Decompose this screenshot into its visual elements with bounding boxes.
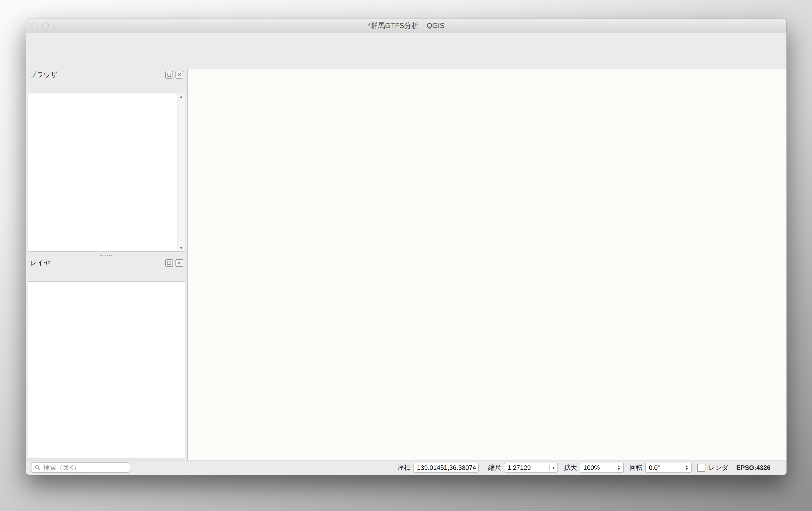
scale-combobox[interactable]: 1:27129▾ <box>504 463 558 473</box>
crs-value[interactable]: EPSG:4326 <box>736 464 771 472</box>
scale-dropdown-icon: ▾ <box>549 465 554 470</box>
dock-panels: ブラウザ ❏ ✕ ▲▼ •••••• レイヤ ❏ <box>26 69 187 460</box>
map-canvas[interactable] <box>187 69 786 460</box>
magnifier-label: 拡大 <box>564 463 577 472</box>
rotation-field[interactable]: 0.0°▲▼ <box>645 463 692 473</box>
qgis-window: *群馬GTFS分析 – QGIS ブラウザ ❏ ✕ ▲▼ •••••• <box>26 19 787 475</box>
browser-float-icon[interactable]: ❏ <box>165 71 173 79</box>
close-button[interactable] <box>31 23 38 29</box>
rotation-label: 回転 <box>629 463 642 472</box>
search-icon <box>34 464 41 471</box>
coordinate-field[interactable]: 139.01451,36.38074 <box>413 463 478 473</box>
toolbar-digitizing-labels <box>26 51 786 69</box>
window-title: *群馬GTFS分析 – QGIS <box>26 21 786 31</box>
magnifier-field[interactable]: 100%▲▼ <box>580 463 624 473</box>
browser-panel-title: ブラウザ <box>30 70 58 79</box>
minimize-button[interactable] <box>42 23 49 29</box>
status-bar: 検索（⌘K） 座標 139.01451,36.38074 縮尺 1:27129▾… <box>26 460 786 475</box>
layers-float-icon[interactable]: ❏ <box>165 259 173 267</box>
titlebar: *群馬GTFS分析 – QGIS <box>26 19 786 33</box>
zoom-window-button[interactable] <box>53 23 59 29</box>
toolbar-main <box>26 33 786 51</box>
browser-scrollbar[interactable]: ▲▼ <box>177 93 185 251</box>
search-input[interactable]: 検索（⌘K） <box>31 462 130 473</box>
layers-panel-title: レイヤ <box>30 259 51 267</box>
render-label: レンダ <box>708 463 728 472</box>
browser-close-icon[interactable]: ✕ <box>175 71 183 79</box>
browser-panel: ブラウザ ❏ ✕ ▲▼ <box>26 69 187 253</box>
scale-label: 縮尺 <box>488 463 501 472</box>
panel-splitter[interactable]: •••••• <box>26 253 187 258</box>
coord-label: 座標 <box>398 463 410 472</box>
render-checkbox[interactable] <box>697 464 705 472</box>
layers-close-icon[interactable]: ✕ <box>175 259 183 267</box>
layers-panel: レイヤ ❏ ✕ <box>26 258 187 460</box>
browser-tree: ▲▼ <box>28 93 185 252</box>
layers-tree <box>28 281 185 458</box>
